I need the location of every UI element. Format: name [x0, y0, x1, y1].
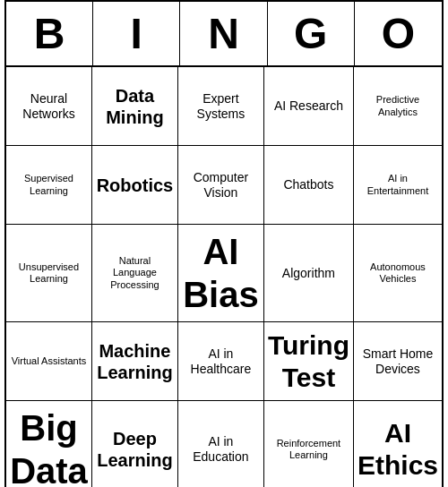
- cell-text-4: Predictive Analytics: [358, 94, 438, 117]
- cell-text-5: Supervised Learning: [10, 173, 88, 196]
- bingo-cell-17[interactable]: AI in Healthcare: [178, 322, 264, 401]
- bingo-cell-4[interactable]: Predictive Analytics: [354, 67, 442, 146]
- cell-text-6: Robotics: [97, 175, 174, 196]
- bingo-letter-i: I: [93, 2, 180, 65]
- cell-text-23: Reinforcement Learning: [268, 438, 349, 461]
- bingo-cell-1[interactable]: Data Mining: [92, 67, 178, 146]
- cell-text-7: Computer Vision: [182, 170, 260, 201]
- cell-text-24: AI Ethics: [358, 417, 438, 482]
- cell-text-14: Autonomous Vehicles: [358, 261, 438, 285]
- cell-text-2: Expert Systems: [182, 91, 260, 122]
- bingo-cell-7[interactable]: Computer Vision: [178, 146, 264, 225]
- bingo-letter-b: B: [6, 2, 93, 65]
- cell-text-10: Unsupervised Learning: [10, 261, 88, 285]
- bingo-letter-o: O: [355, 2, 442, 65]
- cell-text-22: AI in Education: [182, 434, 260, 465]
- cell-text-21: Deep Learning: [96, 428, 174, 471]
- bingo-cell-11[interactable]: Natural Language Processing: [92, 225, 178, 322]
- bingo-cell-6[interactable]: Robotics: [92, 146, 178, 225]
- bingo-cell-15[interactable]: Virtual Assistants: [6, 322, 92, 401]
- cell-text-1: Data Mining: [96, 85, 174, 128]
- bingo-cell-23[interactable]: Reinforcement Learning: [264, 401, 354, 487]
- cell-text-16: Machine Learning: [96, 340, 174, 383]
- bingo-cell-9[interactable]: AI in Entertainment: [354, 146, 442, 225]
- bingo-cell-3[interactable]: AI Research: [264, 67, 354, 146]
- cell-text-19: Smart Home Devices: [358, 346, 438, 377]
- cell-text-0: Neural Networks: [10, 91, 88, 122]
- bingo-letter-n: N: [180, 2, 267, 65]
- bingo-cell-14[interactable]: Autonomous Vehicles: [354, 225, 442, 322]
- cell-text-18: Turing Test: [268, 329, 349, 394]
- bingo-grid: Neural NetworksData MiningExpert Systems…: [6, 67, 442, 487]
- bingo-cell-24[interactable]: AI Ethics: [354, 401, 442, 487]
- cell-text-12: AI Bias: [182, 230, 260, 316]
- bingo-cell-8[interactable]: Chatbots: [264, 146, 354, 225]
- cell-text-13: Algorithm: [282, 266, 335, 281]
- cell-text-11: Natural Language Processing: [96, 255, 174, 291]
- bingo-cell-19[interactable]: Smart Home Devices: [354, 322, 442, 401]
- cell-text-8: Chatbots: [283, 177, 333, 192]
- bingo-cell-22[interactable]: AI in Education: [178, 401, 264, 487]
- cell-text-3: AI Research: [274, 98, 343, 114]
- bingo-cell-21[interactable]: Deep Learning: [92, 401, 178, 487]
- cell-text-9: AI in Entertainment: [358, 173, 438, 196]
- cell-text-20: Big Data: [10, 406, 88, 487]
- bingo-cell-12[interactable]: AI Bias: [178, 225, 264, 322]
- bingo-letter-g: G: [268, 2, 355, 65]
- cell-text-17: AI in Healthcare: [182, 346, 260, 377]
- cell-text-15: Virtual Assistants: [12, 355, 87, 367]
- bingo-header: BINGO: [6, 2, 442, 67]
- bingo-cell-2[interactable]: Expert Systems: [178, 67, 264, 146]
- bingo-cell-20[interactable]: Big Data: [6, 401, 92, 487]
- bingo-cell-5[interactable]: Supervised Learning: [6, 146, 92, 225]
- bingo-cell-16[interactable]: Machine Learning: [92, 322, 178, 401]
- bingo-cell-13[interactable]: Algorithm: [264, 225, 354, 322]
- bingo-cell-10[interactable]: Unsupervised Learning: [6, 225, 92, 322]
- bingo-cell-18[interactable]: Turing Test: [264, 322, 354, 401]
- bingo-cell-0[interactable]: Neural Networks: [6, 67, 92, 146]
- bingo-card: BINGO Neural NetworksData MiningExpert S…: [4, 0, 444, 487]
